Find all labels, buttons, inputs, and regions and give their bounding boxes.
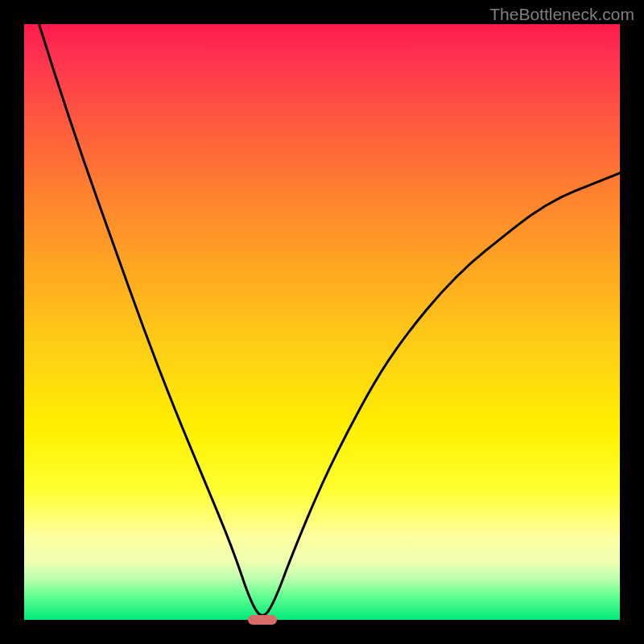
- watermark-text: TheBottleneck.com: [489, 5, 634, 24]
- optimal-marker: [248, 615, 277, 625]
- chart-area: [24, 24, 620, 620]
- bottleneck-curve: [24, 24, 620, 620]
